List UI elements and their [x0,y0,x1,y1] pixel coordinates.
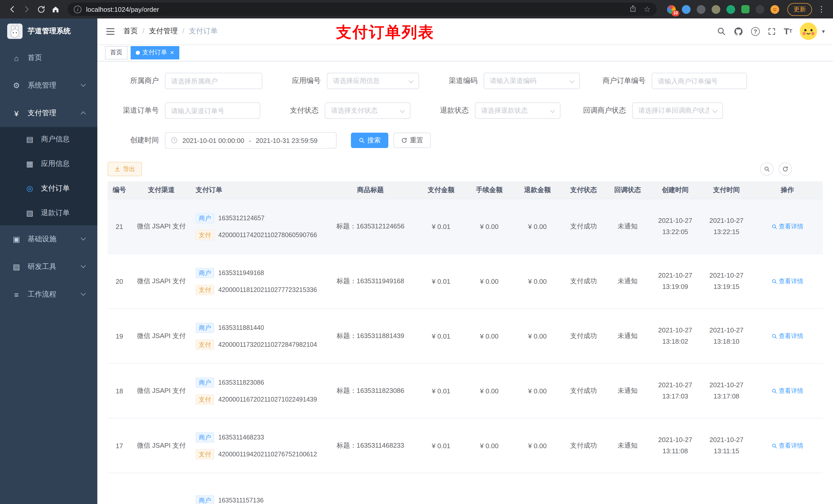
channel-code-select[interactable]: 请输入渠道编码 [484,73,580,89]
sidebar-item-home[interactable]: ⌂ 首页 [0,44,97,72]
refund-status-select[interactable]: 请选择退款状态 [475,102,561,119]
view-detail-link[interactable]: 查看详情 [771,386,803,395]
col-header-refund: 退款金额 [513,181,562,199]
cell-title: 标题：1635311881439 [324,309,417,363]
extension-drop-icon[interactable] [682,5,691,14]
extension-gray-icon[interactable] [697,5,706,14]
github-icon[interactable] [734,26,743,36]
merchant-order-no-input[interactable] [652,73,747,89]
channel-pay-no: 4200001194202110276752100612 [218,451,317,458]
hamburger-icon[interactable] [105,26,115,36]
col-header-pay-order: 支付订单 [192,181,324,199]
share-icon[interactable] [629,4,637,14]
sidebar-item-dev-tools[interactable]: ▨ 研发工具 [0,253,97,281]
site-info-icon[interactable]: i [74,5,81,13]
search-icon[interactable] [717,27,726,36]
export-button[interactable]: 导出 [108,162,142,176]
chevron-down-icon [550,108,555,113]
col-header-title: 商品标题 [324,181,417,199]
bookmark-star-icon[interactable]: ☆ [644,5,651,14]
tab-pay-order[interactable]: 支付订单 × [130,46,179,59]
sidebar-item-merchant-info[interactable]: ▤ 商户信息 [0,127,97,152]
help-icon[interactable]: ? [751,27,760,35]
search-button[interactable]: 搜索 [351,133,388,148]
address-bar[interactable]: i localhost:1024/pay/order ☆ [68,3,657,16]
table-row[interactable]: 19 微信 JSAPI 支付 商户1635311881440 支付4200001… [108,309,823,364]
table-row[interactable]: 商户1635311157136 [108,473,823,504]
view-detail-link[interactable]: 查看详情 [771,222,803,231]
extensions-row: 10 [667,5,779,14]
profile-emoji-icon[interactable] [770,5,779,14]
extension-green-square-icon[interactable] [741,5,749,13]
sidebar-item-label: 首页 [28,53,42,63]
chevron-down-icon [81,263,86,268]
url-text[interactable]: localhost:1024/pay/order [86,5,629,13]
range-end-value[interactable]: 2021-10-31 23:59:59 [256,137,317,144]
close-icon[interactable]: × [170,49,174,56]
field-label: 渠道订单号 [108,106,165,115]
sidebar-item-system[interactable]: ⚙ 系统管理 [0,72,97,99]
pay-status-select[interactable]: 请选择支付状态 [325,102,410,119]
back-icon[interactable] [5,2,20,16]
notify-status-select[interactable]: 请选择订单回调商户状态 [632,102,723,119]
sidebar-item-label: 退款订单 [41,209,70,218]
cell-refund: ¥ 0.00 [513,364,562,418]
sidebar-item-infrastructure[interactable]: ▣ 基础设施 [0,225,97,253]
sidebar-item-workflow[interactable]: ≡ 工作流程 [0,281,97,308]
top-navbar: 首页 支付管理 支付订单 支付订单列表 ? TT [97,19,833,44]
view-detail-link[interactable]: 查看详情 [771,332,803,340]
search-icon [764,166,770,172]
field-label: 退款状态 [418,106,475,115]
fullscreen-icon[interactable] [767,27,776,35]
breadcrumb-home[interactable]: 首页 [123,27,138,36]
range-start-value[interactable]: 2021-10-01 00:00:00 [182,137,244,144]
home-icon[interactable] [48,2,63,16]
table-row[interactable]: 20 微信 JSAPI 支付 商户1635311949168 支付4200001… [108,254,823,309]
view-detail-link[interactable]: 查看详情 [771,277,803,286]
view-detail-link[interactable]: 查看详情 [771,441,803,450]
sidebar-item-payment[interactable]: ¥ 支付管理 [0,99,97,127]
extension-green-circle-icon[interactable] [727,5,735,14]
pay-tag: 支付 [196,394,214,404]
browser-update-button[interactable]: 更新 [787,3,812,16]
cell-id: 17 [108,418,131,473]
user-avatar[interactable] [800,23,817,40]
channel-order-no-input[interactable] [165,102,260,119]
refresh-table-button[interactable] [779,162,792,176]
filter-row-2: 渠道订单号 支付状态 请选择支付状态 退款状态 请选择退款状态 [108,102,823,119]
cell-action: 查看详情 [752,309,823,363]
forward-icon[interactable] [20,2,34,16]
font-size-icon[interactable]: TT [784,27,792,35]
merchant-select-input[interactable] [165,73,262,89]
extensions-pin-icon[interactable] [756,5,764,14]
app-id-select[interactable]: 请选择应用信息 [327,73,419,89]
channel-pay-no: 4200001174202110278060590766 [218,231,317,238]
field-label: 创建时间 [108,136,165,145]
chevron-up-icon [81,112,86,117]
breadcrumb-payment[interactable]: 支付管理 [138,27,178,36]
extension-colorful-icon[interactable]: 10 [667,5,676,14]
reset-button[interactable]: 重置 [394,133,431,148]
screen: i localhost:1024/pay/order ☆ 10 更新 [0,0,833,504]
tab-home[interactable]: 首页 [105,46,127,59]
table-row[interactable]: 17 微信 JSAPI 支付 商户1635311468233 支付4200001… [108,418,823,473]
app-logo[interactable]: 芋道管理系统 [0,19,97,44]
browser-menu-kebab-icon[interactable]: ⋮ [815,5,828,14]
sidebar-item-app-info[interactable]: ▦ 应用信息 [0,152,97,176]
cell-fee: ¥ 0.00 [465,364,513,418]
sidebar-item-pay-order[interactable]: ◎ 支付订单 [0,176,97,201]
table-row[interactable]: 18 微信 JSAPI 支付 商户1635311823086 支付4200001… [108,364,823,418]
extension-olive-icon[interactable] [712,5,720,14]
toggle-search-button[interactable] [760,162,774,176]
chevron-down-icon [712,108,717,113]
table-row[interactable]: 21 微信 JSAPI 支付 商户1635312124657 支付4200001… [108,199,823,254]
cell-pay-time: 2021-10-27 13:17:08 [701,364,752,418]
cell-channel: 微信 JSAPI 支付 [131,199,192,254]
field-label: 应用编号 [269,76,327,86]
cell-id: 20 [108,254,131,308]
reload-icon[interactable] [34,2,48,16]
create-time-range-picker[interactable]: 2021-10-01 00:00:00 - 2021-10-31 23:59:5… [165,132,337,148]
cell-pay-time: 2021-10-27 13:19:15 [701,254,752,308]
sidebar-item-refund-order[interactable]: ▧ 退款订单 [0,201,97,225]
avatar-caret-icon[interactable]: ▾ [822,28,825,34]
